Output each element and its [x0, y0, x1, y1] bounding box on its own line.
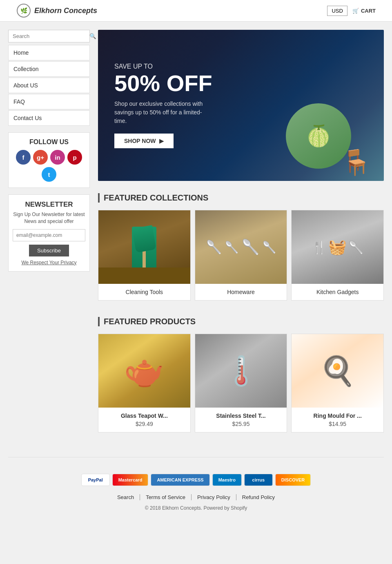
hero-percent: 50% OFF — [114, 72, 212, 95]
cleaning-tools-label: Cleaning Tools — [98, 284, 190, 300]
footer-copyright: © 2018 Elkhorn Concepts. Powered by Shop… — [0, 505, 392, 511]
nav-item-about[interactable]: About US — [8, 78, 90, 93]
featured-collections-section: FEATURED COLLECTIONS Cleaning Tools 🥄 🥄 — [98, 193, 384, 301]
ring-name: Ring Mould For ... — [296, 412, 379, 419]
footer-divider — [8, 457, 384, 457]
sidebar: 🔍 Home Collection About US FAQ Contact U… — [8, 30, 90, 272]
logo-text: Elkhorn Concepts — [34, 7, 97, 15]
products-grid: Glass Teapot W... $29.49 Stainless Steel… — [98, 334, 384, 432]
main-layout: 🔍 Home Collection About US FAQ Contact U… — [8, 30, 384, 449]
hero-chair-visual: 🪑 — [341, 148, 372, 177]
homeware-image: 🥄 🥄 🥄 🥄 — [195, 210, 287, 284]
newsletter-box: NEWSLETTER Sign Up Our Newsletter for la… — [8, 194, 90, 272]
cart-icon: 🛒 — [352, 8, 359, 14]
nav-item-contact[interactable]: Contact Us — [8, 110, 90, 126]
nav-link-collection[interactable]: Collection — [9, 62, 89, 76]
instagram-icon[interactable]: in — [50, 150, 65, 165]
footer-link-tos[interactable]: Terms of Service — [140, 494, 192, 500]
footer-link-refund[interactable]: Refund Policy — [236, 494, 281, 500]
product-card-teapot[interactable]: Glass Teapot W... $29.49 — [98, 334, 191, 432]
nav-link-faq[interactable]: FAQ — [9, 94, 89, 109]
featured-collections-title: FEATURED COLLECTIONS — [98, 193, 384, 203]
nav-item-home[interactable]: Home — [8, 45, 90, 60]
footer-links: Search Terms of Service Privacy Policy R… — [0, 494, 392, 500]
ring-price: $14.95 — [296, 421, 379, 427]
teapot-info: Glass Teapot W... $29.49 — [98, 408, 190, 432]
newsletter-title: NEWSLETTER — [13, 201, 85, 209]
teapot-name: Glass Teapot W... — [103, 412, 185, 419]
logo-icon: 🌿 — [16, 3, 31, 18]
teapot-price: $29.49 — [103, 421, 185, 427]
hero-text: SAVE UP TO 50% OFF Shop our exclusive co… — [114, 63, 212, 148]
maestro-icon: Maestro — [212, 474, 242, 486]
nav-item-collection[interactable]: Collection — [8, 61, 90, 77]
featured-products-title: FEATURED PRODUCTS — [98, 317, 384, 326]
nav-link-about[interactable]: About US — [9, 78, 89, 93]
kitchen-gadgets-image: 🍴 🧺 🥄 — [292, 210, 383, 284]
search-input[interactable] — [9, 30, 85, 42]
googleplus-icon[interactable]: g+ — [33, 150, 48, 165]
subscribe-button[interactable]: Subscribe — [29, 245, 69, 256]
search-icon: 🔍 — [89, 33, 96, 39]
privacy-link[interactable]: We Respect Your Privacy — [13, 260, 85, 265]
follow-box: FOLLOW US f g+ in p t — [8, 132, 90, 188]
collection-card-cleaning[interactable]: Cleaning Tools — [98, 210, 191, 301]
ring-info: Ring Mould For ... $14.95 — [292, 408, 383, 432]
header-right: USD 🛒 CART — [327, 6, 376, 16]
cirrus-icon: cirrus — [244, 474, 273, 486]
pinterest-icon[interactable]: p — [67, 150, 82, 165]
payment-icons: PayPal Mastercard AMERICAN EXPRESS Maest… — [0, 474, 392, 486]
discover-icon: DISCOVER — [275, 474, 311, 486]
social-icons-row2: t — [13, 167, 85, 182]
collection-card-kitchen[interactable]: 🍴 🧺 🥄 Kitchen Gadgets — [291, 210, 384, 301]
steel-price: $25.95 — [200, 421, 282, 427]
hero-save-line: SAVE UP TO — [114, 63, 212, 70]
social-icons: f g+ in p — [13, 150, 85, 165]
steel-info: Stainless Steel T... $25.95 — [195, 408, 287, 432]
logo[interactable]: 🌿 Elkhorn Concepts — [16, 3, 97, 18]
teapot-image — [98, 334, 190, 408]
nav-menu: Home Collection About US FAQ Contact Us — [8, 45, 90, 126]
kitchen-gadgets-label: Kitchen Gadgets — [292, 284, 383, 300]
payment-section: PayPal Mastercard AMERICAN EXPRESS Maest… — [0, 466, 392, 519]
hero-banner[interactable]: SAVE UP TO 50% OFF Shop our exclusive co… — [98, 30, 384, 181]
header: 🌿 Elkhorn Concepts USD 🛒 CART — [0, 0, 392, 22]
newsletter-description: Sign Up Our Newsletter for latest News a… — [13, 211, 85, 225]
hero-description: Shop our exclusive collections with savi… — [114, 100, 204, 125]
product-card-ring[interactable]: Ring Mould For ... $14.95 — [291, 334, 384, 432]
newsletter-email-input[interactable] — [13, 229, 85, 241]
collections-grid: Cleaning Tools 🥄 🥄 🥄 🥄 Homeware 🍴 🧺 — [98, 210, 384, 301]
footer-link-search[interactable]: Search — [111, 494, 140, 500]
facebook-icon[interactable]: f — [16, 150, 31, 165]
svg-text:🌿: 🌿 — [20, 7, 28, 14]
footer-link-privacy[interactable]: Privacy Policy — [192, 494, 236, 500]
cleaning-tools-image — [98, 210, 190, 284]
amex-icon: AMERICAN EXPRESS — [151, 474, 209, 486]
follow-title: FOLLOW US — [13, 138, 85, 146]
shop-now-label: SHOP NOW — [124, 138, 156, 144]
currency-selector[interactable]: USD — [327, 6, 347, 16]
nav-item-faq[interactable]: FAQ — [8, 94, 90, 109]
nav-link-home[interactable]: Home — [9, 45, 89, 60]
steel-name: Stainless Steel T... — [200, 412, 282, 419]
search-box: 🔍 — [8, 30, 90, 42]
homeware-label: Homeware — [195, 284, 287, 300]
collection-card-homeware[interactable]: 🥄 🥄 🥄 🥄 Homeware — [195, 210, 287, 301]
mastercard-icon: Mastercard — [112, 474, 149, 486]
cart-button[interactable]: 🛒 CART — [352, 8, 376, 14]
nav-link-contact[interactable]: Contact Us — [9, 111, 89, 125]
steel-image — [195, 334, 287, 408]
content: SAVE UP TO 50% OFF Shop our exclusive co… — [98, 30, 384, 449]
product-card-steel[interactable]: Stainless Steel T... $25.95 — [195, 334, 287, 432]
featured-products-section: FEATURED PRODUCTS Glass Teapot W... $29.… — [98, 317, 384, 432]
twitter-icon[interactable]: t — [42, 167, 56, 182]
shop-now-button[interactable]: SHOP NOW ▶ — [114, 134, 174, 148]
arrow-icon: ▶ — [159, 138, 164, 144]
ring-image — [292, 334, 383, 408]
cart-label: CART — [361, 8, 376, 14]
paypal-icon: PayPal — [81, 474, 110, 486]
